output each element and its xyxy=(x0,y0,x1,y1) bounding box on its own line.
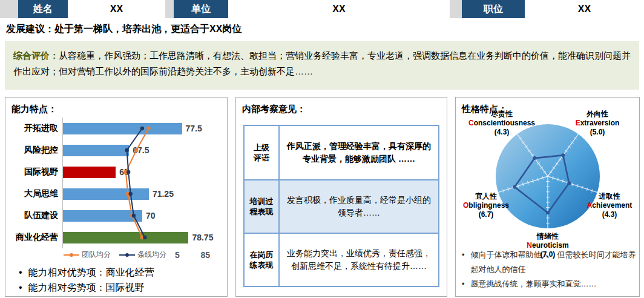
table-row: 在岗历练表现业务能力突出，业绩优秀，责任感强，创新思维不足，系统性有待提升…… xyxy=(245,233,438,286)
bar-value-label: 71.25 xyxy=(153,189,174,199)
radar-axis-label-en: Achievement xyxy=(580,201,639,210)
ability-bar-chart: 开拓进取77.5风险把控67.5国际视野65大局思维71.25队伍建设70商业化… xyxy=(12,118,227,248)
panel-personality: 性格特点： 尽责性Conscientiousness(4.3)外向性Extrav… xyxy=(455,97,640,297)
legend-marker xyxy=(64,254,79,256)
axis-min-label: 5 xyxy=(175,250,180,260)
bar-value-label: 77.5 xyxy=(186,124,202,133)
red-initial: A xyxy=(587,201,593,210)
development-suggestion: 发展建议：处于第一梯队，培养出池，更适合于XX岗位 xyxy=(6,23,242,36)
bar xyxy=(63,188,149,200)
bar xyxy=(63,232,188,243)
bullet-text: 愿意挑战传统，兼顾事实和直觉…… xyxy=(471,277,597,291)
table-label-line: 练表现 xyxy=(250,260,274,270)
summary-text: 从容稳重，作风强劲；工作思路清晰，有想法、敢担当；营销业务经验丰富，专业老道，强… xyxy=(13,50,631,76)
bullet-item: •能力相对劣势项：国际视野 xyxy=(19,280,227,295)
radar-axis-label-zh: 宜人性 xyxy=(456,192,516,201)
chart-row: 商业化经营78.75 xyxy=(12,227,227,248)
bullet-text: 能力相对劣势项：国际视野 xyxy=(28,280,145,295)
internal-table: 上级评语作风正派，管理经验丰富，具有深厚的专业背景，能够激励团队 ……培训过程表… xyxy=(243,125,439,287)
ability-bullets: •能力相对优势项：商业化经营•能力相对劣势项：国际视野 xyxy=(19,265,227,295)
legend-marker xyxy=(119,254,135,256)
personality-title: 性格特点： xyxy=(462,104,639,115)
table-row-content: 作风正派，管理经验丰富，具有深厚的专业背景，能够激励团队 …… xyxy=(280,126,438,179)
bar xyxy=(63,145,129,156)
bar-value-label: 78.75 xyxy=(192,233,213,242)
chart-legend: 团队均分条线均分585 xyxy=(64,250,210,260)
summary-box: 综合评价：从容稳重，作风强劲；工作思路清晰，有想法、敢担当；营销业务经验丰富，专… xyxy=(5,41,639,90)
bullet-item: •能力相对优势项：商业化经营 xyxy=(19,265,227,280)
bullet-text: 倾向于体谅和帮助他人，但需较长时间才能培养起对他人的信任 xyxy=(471,248,636,277)
table-row: 上级评语作风正派，管理经验丰富，具有深厚的专业背景，能够激励团队 …… xyxy=(245,126,438,179)
table-row-label: 上级评语 xyxy=(245,126,280,179)
table-row: 培训过程表现发言积极，作业质量高，经常是小组的领导者…… xyxy=(245,179,438,233)
header-gap xyxy=(165,0,174,18)
chart-row: 大局思维71.25 xyxy=(12,183,227,205)
table-row-label: 培训过程表现 xyxy=(245,180,280,233)
radar-axis-value: (4.3) xyxy=(459,128,544,137)
radar-axis-label-en-rest: chievement xyxy=(592,201,632,210)
table-row-content: 业务能力突出，业绩优秀，责任感强，创新思维不足，系统性有待提升…… xyxy=(280,234,438,286)
bar-value-label: 70 xyxy=(146,211,156,220)
radar-axis-value: (5.0) xyxy=(557,128,637,137)
legend-label: 团队均分 xyxy=(82,250,111,260)
radar-axis-value: (4.3) xyxy=(580,210,639,219)
legend-label: 条线均分 xyxy=(137,250,166,260)
red-initial: O xyxy=(463,201,468,210)
radar-axis-label-en: Obligingness xyxy=(456,201,516,210)
radar-axis-label-en: Conscientiousness xyxy=(459,119,544,128)
chart-row: 队伍建设70 xyxy=(12,205,227,227)
legend-marker-dot xyxy=(125,253,129,257)
radar-axis-label-en: Extraversion xyxy=(557,119,637,128)
chart-plot-cell: 78.75 xyxy=(62,227,221,248)
axis-max-label: 85 xyxy=(200,250,210,260)
bar xyxy=(63,210,142,222)
table-label-line: 在岗历 xyxy=(250,250,274,260)
bullet-item: •愿意挑战传统，兼顾事实和直觉…… xyxy=(462,277,636,291)
radar-axis-label-en-rest: xtraversion xyxy=(580,119,620,127)
personality-bullets: •倾向于体谅和帮助他人，但需较长时间才能培养起对他人的信任•愿意挑战传统，兼顾事… xyxy=(462,248,636,291)
table-label-line: 程表现 xyxy=(250,207,274,217)
bullet-text: 能力相对优势项：商业化经营 xyxy=(28,265,154,280)
category-label: 开拓进取 xyxy=(12,123,62,134)
table-row-label: 在岗历练表现 xyxy=(245,234,280,286)
category-label: 商业化经营 xyxy=(12,232,62,243)
talent-report-page: 姓名XX单位XX职位XX 发展建议：处于第一梯队，培养出池，更适合于XX岗位 综… xyxy=(0,0,644,298)
bar-value-label: 67.5 xyxy=(133,145,149,155)
header-field-value: XX xyxy=(68,0,165,18)
bullet-dot: • xyxy=(19,265,22,280)
development-label: 发展建议： xyxy=(6,24,54,34)
chart-row: 风险把控67.5 xyxy=(12,139,227,161)
bullet-dot: • xyxy=(462,248,465,277)
red-initial: E xyxy=(576,119,580,127)
chart-plot-cell: 70 xyxy=(62,205,221,227)
header-field-label: 职位 xyxy=(462,0,525,18)
chart-row: 开拓进取77.5 xyxy=(12,118,227,139)
chart-plot-cell: 77.5 xyxy=(62,118,221,139)
legend-item: 条线均分 xyxy=(119,250,166,260)
legend-marker-dot xyxy=(70,253,73,257)
radar-axis-value: (6.7) xyxy=(456,210,516,219)
header-field-value: XX xyxy=(228,0,450,18)
category-label: 风险把控 xyxy=(12,145,62,156)
radar-axis-label-zh: 情绪性 xyxy=(511,232,584,241)
radar-axis-label: 进取性Achievement(4.3) xyxy=(580,192,639,219)
chart-plot-cell: 71.25 xyxy=(62,183,221,205)
table-label-line: 培训过 xyxy=(250,196,274,207)
radar-axis-label: 宜人性Obligingness(6.7) xyxy=(456,192,516,219)
bullet-dot: • xyxy=(462,277,465,291)
summary-label: 综合评价： xyxy=(13,50,59,61)
bar xyxy=(63,123,182,134)
red-initial: C xyxy=(468,119,474,127)
header-field-value: XX xyxy=(525,0,644,18)
radar-axis-label-en-rest: onscientiousness xyxy=(474,119,535,127)
bar xyxy=(63,167,116,178)
header-strip: 姓名XX单位XX职位XX xyxy=(0,0,644,18)
development-text: 处于第一梯队，培养出池，更适合于XX岗位 xyxy=(54,24,242,34)
header-gap xyxy=(450,0,462,18)
panel-ability: 能力特点： 开拓进取77.5风险把控67.5国际视野65大局思维71.25队伍建… xyxy=(5,97,228,297)
panel-internal: 内部考察意见： 上级评语作风正派，管理经验丰富，具有深厚的专业背景，能够激励团队… xyxy=(235,97,447,297)
header-field-label: 姓名 xyxy=(18,0,68,18)
radar-axis-label-en-rest: bligingness xyxy=(468,201,509,210)
radar-chart: 尽责性Conscientiousness(4.3)外向性Extraversion… xyxy=(456,98,640,297)
category-label: 国际视野 xyxy=(12,167,62,177)
